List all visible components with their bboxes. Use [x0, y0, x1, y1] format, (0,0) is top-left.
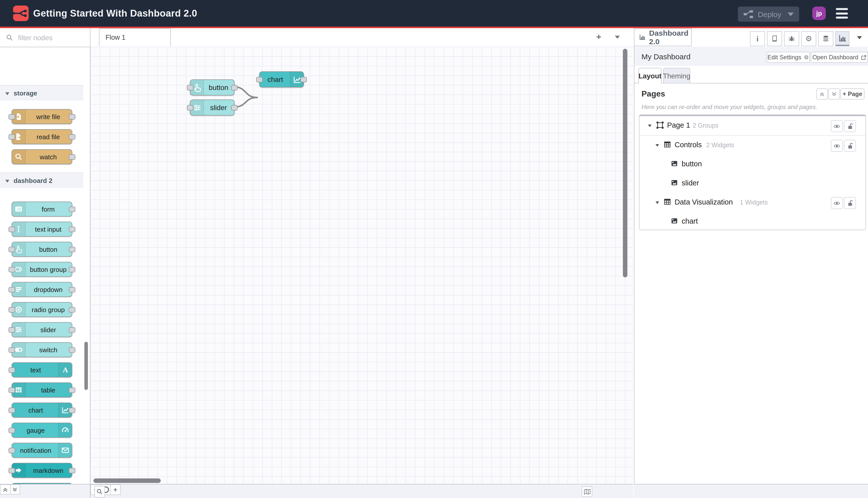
deploy-caret-icon[interactable] [788, 12, 794, 16]
search-flows-button[interactable] [94, 486, 105, 498]
input-port[interactable] [187, 85, 193, 90]
tree-row-data-visualization[interactable]: ▾ Data Visualization 1 Widgets [639, 193, 866, 212]
output-port[interactable] [231, 105, 238, 110]
palette-node-markdown[interactable]: markdown [12, 463, 72, 478]
input-port[interactable] [9, 468, 15, 473]
config-tab-button[interactable]: ⚙ [801, 31, 816, 46]
flow-node-chart[interactable]: chart [259, 71, 304, 88]
input-port[interactable] [187, 105, 193, 110]
add-flow-icon[interactable]: + [596, 32, 601, 42]
palette-search[interactable] [0, 28, 90, 47]
input-port[interactable] [9, 134, 15, 140]
palette-node-radio-group[interactable]: radio group [12, 302, 72, 317]
input-port[interactable] [9, 227, 15, 232]
palette-node-button-group[interactable]: button group [12, 262, 72, 277]
output-port[interactable] [301, 77, 307, 82]
tree-row-controls[interactable]: ▾ Controls 2 Widgets [639, 136, 866, 155]
output-port[interactable] [69, 408, 75, 413]
deploy-button[interactable]: Deploy [738, 6, 799, 22]
chevron-down-icon[interactable]: ▾ [655, 199, 659, 205]
input-port[interactable] [9, 327, 15, 333]
tab-flow-1[interactable]: Flow 1 [99, 28, 171, 46]
input-port[interactable] [9, 448, 15, 453]
expand-all-categories-button[interactable] [10, 485, 19, 494]
input-port[interactable] [256, 77, 263, 82]
palette-node-table[interactable]: table [12, 382, 72, 397]
output-port[interactable] [69, 267, 75, 272]
palette-node-chart[interactable]: chart [12, 403, 72, 418]
input-port[interactable] [9, 428, 15, 433]
lock-toggle-button[interactable] [844, 197, 856, 209]
output-port[interactable] [69, 287, 75, 292]
main-menu-icon[interactable] [836, 8, 848, 18]
debug-tab-button[interactable] [784, 31, 799, 46]
output-port[interactable] [69, 388, 75, 393]
lock-toggle-button[interactable] [844, 140, 856, 152]
input-port[interactable] [9, 367, 15, 373]
output-port[interactable] [69, 347, 75, 353]
tree-row-page-1[interactable]: ▾ Page 1 2 Groups [639, 116, 866, 135]
add-page-button[interactable]: + Page [840, 89, 865, 100]
palette-node-switch[interactable]: switch [12, 342, 72, 357]
palette-node-dropdown[interactable]: dropdown [12, 282, 72, 297]
palette-node-text-input[interactable]: text input [12, 222, 72, 237]
filter-nodes-input[interactable] [17, 33, 84, 42]
palette-node-gauge[interactable]: gauge [12, 423, 72, 438]
output-port[interactable] [69, 307, 75, 313]
output-port[interactable] [69, 134, 75, 140]
flow-node-slider[interactable]: slider [190, 100, 235, 116]
chevron-down-icon[interactable]: ▾ [648, 122, 652, 128]
tree-row-widget-button[interactable]: button [639, 155, 866, 174]
help-tab-button[interactable] [767, 31, 782, 46]
avatar[interactable]: jp [812, 6, 826, 20]
palette-node-read-file[interactable]: read file [12, 129, 72, 144]
tab-dashboard-2[interactable]: Dashboard 2.0 [635, 28, 692, 46]
tree-row-widget-chart[interactable]: chart [639, 212, 866, 231]
tab-theming[interactable]: Theming [663, 68, 690, 83]
collapse-all-categories-button[interactable] [0, 485, 10, 494]
input-port[interactable] [9, 287, 15, 292]
input-port[interactable] [9, 408, 15, 413]
palette-node-form[interactable]: form [12, 201, 72, 217]
flow-node-button[interactable]: button [190, 79, 235, 95]
input-port[interactable] [9, 114, 15, 120]
output-port[interactable] [231, 85, 238, 90]
tree-row-widget-slider[interactable]: slider [639, 174, 866, 193]
visibility-toggle-button[interactable] [831, 120, 843, 132]
palette-node-notification[interactable]: notification [12, 443, 72, 458]
visibility-toggle-button[interactable] [831, 197, 843, 209]
output-port[interactable] [69, 327, 75, 333]
minimap-toggle-button[interactable] [582, 486, 592, 497]
palette-node-text[interactable]: A text [12, 362, 72, 377]
expand-all-pages-button[interactable] [828, 89, 840, 100]
visibility-toggle-button[interactable] [831, 140, 843, 152]
category-storage[interactable]: ▾ storage [0, 85, 83, 101]
dashboard-tab-button[interactable] [835, 31, 850, 46]
vertical-scrollbar[interactable] [623, 49, 627, 277]
sidebar-menu-caret-icon[interactable] [857, 36, 862, 39]
canvas-grid[interactable] [90, 47, 633, 484]
context-tab-button[interactable] [818, 31, 833, 46]
flow-list-caret-icon[interactable] [615, 36, 620, 39]
palette-node-slider[interactable]: slider [12, 322, 72, 337]
palette-node-button[interactable]: button [12, 242, 72, 257]
output-port[interactable] [69, 154, 75, 160]
tab-layout[interactable]: Layout [639, 68, 662, 83]
category-dashboard-2[interactable]: ▾ dashboard 2 [0, 172, 83, 188]
lock-toggle-button[interactable] [844, 120, 856, 132]
input-port[interactable] [9, 247, 15, 252]
palette-scrollbar[interactable] [84, 342, 88, 390]
collapse-all-pages-button[interactable] [816, 89, 828, 100]
input-port[interactable] [9, 388, 15, 393]
zoom-in-button[interactable]: + [110, 485, 120, 495]
output-port[interactable] [69, 207, 75, 212]
workspace-canvas[interactable]: Flow 1 + button slider chart [90, 28, 633, 484]
chevron-down-icon[interactable]: ▾ [655, 142, 659, 148]
palette-node-write-file[interactable]: write file [12, 109, 72, 124]
output-port[interactable] [69, 247, 75, 252]
input-port[interactable] [9, 307, 15, 313]
info-tab-button[interactable]: i [750, 31, 765, 46]
palette-node-watch[interactable]: watch [12, 149, 72, 164]
output-port[interactable] [69, 114, 75, 120]
input-port[interactable] [9, 347, 15, 353]
